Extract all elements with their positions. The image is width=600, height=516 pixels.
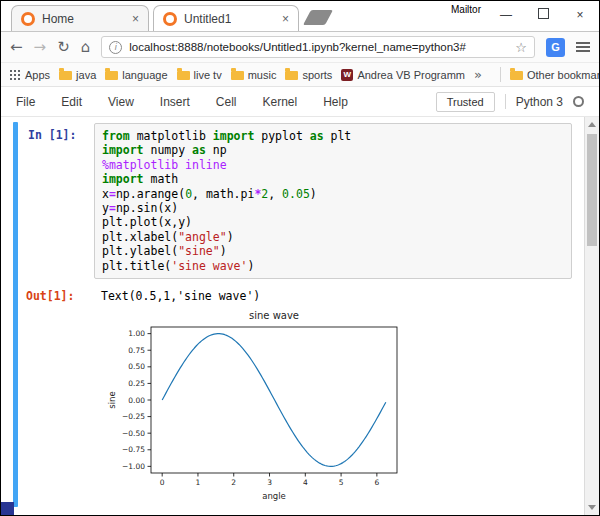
folder-icon <box>231 71 244 80</box>
folder-icon <box>105 71 118 80</box>
jupyter-menubar: File Edit View Insert Cell Kernel Help T… <box>1 87 599 117</box>
output-text: Text(0.5,1,'sine wave') <box>101 289 260 303</box>
bookmark-folder-music[interactable]: music <box>231 69 277 81</box>
svg-text:2: 2 <box>231 478 236 487</box>
browser-window: Home × Untitled1 × Mailtor — × ← → ↻ ⌂ i… <box>0 0 600 516</box>
menu-view[interactable]: View <box>108 95 134 109</box>
code-line: plt.xlabel("angle") <box>102 230 564 244</box>
code-line: plt.title('sine wave') <box>102 259 564 273</box>
other-bookmarks-button[interactable]: Other bookmarks <box>510 69 600 81</box>
svg-text:sine wave: sine wave <box>249 310 299 321</box>
output-prompt: Out[1]: <box>26 289 74 303</box>
svg-text:1.00: 1.00 <box>128 329 145 338</box>
code-editor[interactable]: from matplotlib import pyplot as pltimpo… <box>94 123 572 279</box>
window-controls: — × <box>499 8 587 22</box>
menu-help[interactable]: Help <box>323 95 348 109</box>
tab-close-icon[interactable]: × <box>282 13 289 25</box>
selected-cell-indicator <box>13 122 18 507</box>
menu-file[interactable]: File <box>16 95 35 109</box>
folder-icon <box>59 71 72 80</box>
svg-text:0.00: 0.00 <box>128 396 145 405</box>
bookmark-folder-java[interactable]: java <box>59 69 96 81</box>
reload-icon[interactable]: ↻ <box>57 40 70 55</box>
scroll-down-icon[interactable] <box>585 500 599 515</box>
maximize-icon <box>538 8 549 19</box>
scroll-up-icon[interactable] <box>585 117 599 132</box>
tab-label: Home <box>42 12 74 26</box>
svg-text:0.50: 0.50 <box>128 362 145 371</box>
bookmark-folder-language[interactable]: language <box>105 69 167 81</box>
url-text: localhost:8888/notebooks/Untitled1.ipynb… <box>129 41 508 53</box>
google-button[interactable]: G <box>546 38 565 57</box>
code-line: plt.plot(x,y) <box>102 215 564 229</box>
menu-cell[interactable]: Cell <box>216 95 237 109</box>
sine-wave-plot: 1.000.750.500.250.00−0.25−0.50−0.75−1.00… <box>105 307 405 507</box>
svg-text:1: 1 <box>196 478 201 487</box>
close-button[interactable]: × <box>573 8 587 22</box>
code-line: import math <box>102 172 564 186</box>
input-prompt: In [1]: <box>28 128 76 142</box>
code-line: plt.ylabel("sine") <box>102 244 564 258</box>
folder-icon <box>285 71 298 80</box>
code-line: %matplotlib inline <box>102 158 564 172</box>
new-tab-button[interactable] <box>303 10 333 25</box>
scrollbar[interactable] <box>584 117 599 515</box>
folder-icon <box>510 71 523 80</box>
apps-shortcut[interactable]: Apps <box>10 69 50 81</box>
bookmark-folder-live-tv[interactable]: live tv <box>177 69 222 81</box>
tab-label: Untitled1 <box>184 12 231 26</box>
maximize-button[interactable] <box>536 8 550 22</box>
minimize-button[interactable]: — <box>499 8 513 22</box>
kernel-status-icon <box>573 96 584 107</box>
bookmarks-bar: Apps java language live tv music sports … <box>1 63 599 87</box>
svg-text:−0.75: −0.75 <box>122 445 145 454</box>
titlebar: Home × Untitled1 × Mailtor — × <box>1 1 599 31</box>
trusted-badge[interactable]: Trusted <box>436 92 495 112</box>
svg-text:3: 3 <box>267 478 272 487</box>
code-line: x=np.arange(0, math.pi*2, 0.05) <box>102 187 564 201</box>
menu-insert[interactable]: Insert <box>160 95 190 109</box>
forward-icon[interactable]: → <box>34 40 47 55</box>
browser-toolbar: ← → ↻ ⌂ i localhost:8888/notebooks/Untit… <box>1 31 599 63</box>
site-favicon-icon: W <box>341 69 353 81</box>
menubar-right: Trusted Python 3 <box>436 92 584 112</box>
kernel-name: Python 3 <box>516 95 563 109</box>
browser-menu-icon[interactable] <box>576 42 590 44</box>
bookmark-folder-sports[interactable]: sports <box>285 69 332 81</box>
svg-text:angle: angle <box>262 491 286 501</box>
tab-untitled1[interactable]: Untitled1 × <box>153 5 299 31</box>
svg-text:0: 0 <box>160 478 165 487</box>
jupyter-favicon-icon <box>21 12 35 26</box>
svg-text:5: 5 <box>339 478 344 487</box>
bookmarks-overflow-icon[interactable]: » <box>474 67 482 82</box>
window-caption: Mailtor <box>451 4 481 15</box>
svg-text:−1.00: −1.00 <box>122 462 145 471</box>
bookmark-site-andrea-vb[interactable]: W Andrea VB Programm <box>341 69 465 81</box>
menu-edit[interactable]: Edit <box>61 95 82 109</box>
code-line: y=np.sin(x) <box>102 201 564 215</box>
bookmark-label: music <box>248 69 277 81</box>
scrollbar-thumb[interactable] <box>587 134 597 246</box>
svg-text:sine: sine <box>107 391 117 408</box>
notebook-area: In [1]: from matplotlib import pyplot as… <box>1 117 584 515</box>
corner-accent <box>1 502 14 515</box>
apps-label: Apps <box>25 69 50 81</box>
divider <box>505 94 506 109</box>
menu-kernel[interactable]: Kernel <box>263 95 298 109</box>
bookmark-label: java <box>76 69 96 81</box>
tab-close-icon[interactable]: × <box>132 13 139 25</box>
apps-grid-icon <box>10 70 12 72</box>
folder-icon <box>177 71 190 80</box>
page-info-icon[interactable]: i <box>109 41 122 54</box>
svg-text:0.25: 0.25 <box>128 379 145 388</box>
address-bar[interactable]: i localhost:8888/notebooks/Untitled1.ipy… <box>101 36 535 58</box>
back-icon[interactable]: ← <box>10 40 23 55</box>
home-icon[interactable]: ⌂ <box>81 40 91 55</box>
bookmark-label: language <box>122 69 167 81</box>
chart-svg: 1.000.750.500.250.00−0.25−0.50−0.75−1.00… <box>105 307 405 507</box>
other-bookmarks-label: Other bookmarks <box>527 69 600 81</box>
bookmark-star-icon[interactable]: ☆ <box>515 40 527 55</box>
bookmark-label: Andrea VB Programm <box>357 69 465 81</box>
tab-home[interactable]: Home × <box>11 5 149 31</box>
bookmark-label: sports <box>302 69 332 81</box>
